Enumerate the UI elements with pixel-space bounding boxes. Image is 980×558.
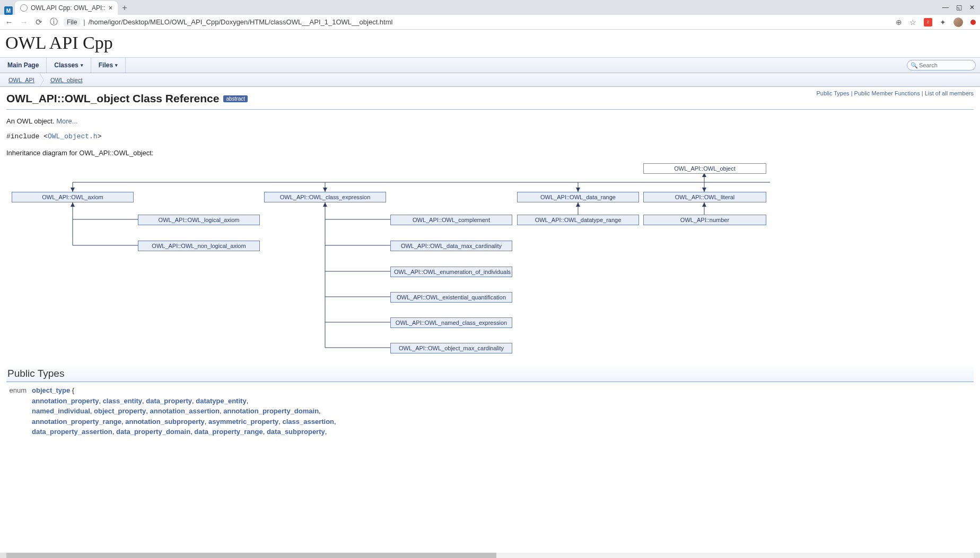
- inheritance-diagram-label: Inheritance diagram for OWL_API::OWL_obj…: [6, 149, 974, 157]
- desc-text: An OWL object.: [6, 117, 56, 125]
- breadcrumb-owl-api[interactable]: OWL_API: [3, 73, 40, 86]
- extensions-icon[interactable]: ✦: [940, 18, 946, 26]
- diagram-node-number[interactable]: OWL_API::number: [643, 215, 766, 225]
- enum-value-link[interactable]: data_property_domain: [116, 428, 190, 436]
- minimize-icon[interactable]: —: [942, 4, 949, 11]
- browser-tab[interactable]: OWL API Cpp: OWL_API:: ×: [15, 1, 118, 15]
- diagram-node-object-max-cardinality[interactable]: OWL_API::OWL_object_max_cardinality: [390, 343, 512, 353]
- more-link[interactable]: More...: [56, 117, 77, 125]
- tab-classes[interactable]: Classes▾: [47, 58, 91, 73]
- svg-marker-24: [576, 202, 580, 207]
- profile-avatar[interactable]: [953, 17, 963, 27]
- section-public-types: Public Types: [6, 366, 974, 382]
- diagram-node-non-logical-axiom[interactable]: OWL_API::OWL_non_logical_axiom: [138, 241, 260, 251]
- enum-value-link[interactable]: class_assertion: [282, 418, 334, 426]
- forward-button[interactable]: →: [19, 17, 29, 26]
- tab-strip: M OWL API Cpp: OWL_API:: × + — ◱ ✕: [0, 0, 980, 15]
- diagram-node-data-range[interactable]: OWL_API::OWL_data_range: [517, 192, 639, 202]
- include-prefix: #include <: [6, 132, 48, 140]
- tab-title: OWL API Cpp: OWL_API::: [31, 4, 106, 12]
- diagram-node-complement[interactable]: OWL_API::OWL_complement: [390, 215, 512, 225]
- tab-main-page[interactable]: Main Page: [0, 58, 47, 73]
- back-button[interactable]: ←: [4, 17, 14, 26]
- inheritance-diagram: OWL_API::OWL_object OWL_API::OWL_axiom O…: [6, 162, 974, 358]
- enum-value-link[interactable]: annotation_property_range: [32, 418, 121, 426]
- diagram-node-named-class-expression[interactable]: OWL_API::OWL_named_class_expression: [390, 317, 512, 328]
- enum-value-link[interactable]: annotation_assertion: [150, 407, 220, 415]
- bookmark-icon[interactable]: ☆: [909, 18, 916, 26]
- include-directive: #include <OWL_object.h>: [6, 132, 974, 140]
- svg-marker-6: [71, 188, 75, 192]
- svg-marker-26: [702, 202, 706, 207]
- summary-links: Public Types | Public Member Functions |…: [816, 90, 974, 96]
- enum-value-link[interactable]: annotation_subproperty: [125, 418, 205, 426]
- tab-files[interactable]: Files▾: [91, 58, 126, 73]
- search-box[interactable]: 🔍: [907, 60, 976, 70]
- enum-values-list: annotation_property, class_entity, data_…: [6, 396, 484, 437]
- close-window-icon[interactable]: ✕: [969, 4, 975, 11]
- include-file-link[interactable]: OWL_object.h: [48, 132, 98, 140]
- tab-classes-label: Classes: [54, 61, 78, 69]
- enum-value-link[interactable]: annotation_property_domain: [223, 407, 319, 415]
- diagram-node-data-max-cardinality[interactable]: OWL_API::OWL_data_max_cardinality: [390, 241, 512, 251]
- diagram-node-existential-quantification[interactable]: OWL_API::OWL_existential_quantification: [390, 292, 512, 303]
- enum-value-link[interactable]: annotation_property: [32, 397, 99, 405]
- reload-button[interactable]: ⟳: [34, 17, 43, 27]
- enum-value-link[interactable]: data_property: [146, 397, 192, 405]
- search-icon: 🔍: [911, 62, 918, 69]
- svg-marker-9: [702, 188, 706, 192]
- enum-value-link[interactable]: data_subproperty: [267, 428, 325, 436]
- browser-chrome: M OWL API Cpp: OWL_API:: × + — ◱ ✕ ← → ⟳…: [0, 0, 980, 30]
- enum-row: enum object_type {: [6, 385, 974, 396]
- record-icon[interactable]: [970, 20, 976, 25]
- url-sep: |: [83, 18, 85, 26]
- url-box[interactable]: File | /home/igor/Desktop/MELO/OWL_API_C…: [64, 18, 890, 26]
- extension-badge-icon[interactable]: 2: [924, 18, 932, 26]
- svg-marker-14: [71, 202, 75, 207]
- svg-marker-8: [576, 188, 580, 192]
- url-path: /home/igor/Desktop/MELO/OWL_API_Cpp/Doxy…: [89, 18, 393, 26]
- diagram-node-axiom[interactable]: OWL_API::OWL_axiom: [12, 192, 134, 202]
- enum-value-link[interactable]: data_property_range: [194, 428, 262, 436]
- diagram-node-datatype-range[interactable]: OWL_API::OWL_datatype_range: [517, 215, 639, 225]
- include-suffix: >: [98, 132, 102, 140]
- link-public-member-functions[interactable]: Public Member Functions: [854, 90, 920, 96]
- link-public-types[interactable]: Public Types: [816, 90, 849, 96]
- diagram-node-class-expression[interactable]: OWL_API::OWL_class_expression: [264, 192, 386, 202]
- chevron-down-icon: ▾: [81, 63, 83, 68]
- diagram-node-logical-axiom[interactable]: OWL_API::OWL_logical_axiom: [138, 215, 260, 225]
- enum-value-link[interactable]: object_property: [94, 407, 146, 415]
- diagram-node-literal[interactable]: OWL_API::OWL_literal: [643, 192, 766, 202]
- zoom-icon[interactable]: ⊕: [896, 18, 902, 26]
- enum-name-link[interactable]: object_type: [32, 386, 70, 394]
- enum-value-link[interactable]: class_entity: [103, 397, 142, 405]
- info-icon[interactable]: ⓘ: [49, 17, 58, 27]
- address-bar: ← → ⟳ ⓘ File | /home/igor/Desktop/MELO/O…: [0, 15, 980, 30]
- close-icon[interactable]: ×: [109, 4, 112, 12]
- project-title: OWL API Cpp: [0, 30, 980, 57]
- app-icon: M: [4, 6, 13, 15]
- enum-body: object_type {: [32, 385, 974, 396]
- breadcrumb: OWL_API OWL_object: [0, 73, 980, 87]
- breadcrumb-owl-object[interactable]: OWL_object: [45, 73, 88, 86]
- svg-marker-7: [323, 188, 327, 192]
- nav-tabs: Main Page Classes▾ Files▾ 🔍: [0, 57, 980, 73]
- svg-marker-22: [323, 202, 327, 207]
- page-title-text: OWL_API::OWL_object Class Reference: [6, 92, 219, 105]
- enum-value-link[interactable]: datatype_entity: [196, 397, 246, 405]
- chevron-down-icon: ▾: [115, 63, 118, 68]
- toolbar-right: ⊕ ☆ 2 ✦: [896, 17, 976, 27]
- public-types-table: enum object_type { annotation_property, …: [0, 385, 980, 437]
- enum-value-link[interactable]: named_individual: [32, 407, 90, 415]
- enum-keyword: enum: [6, 385, 27, 396]
- diagram-node-enumeration-of-individuals[interactable]: OWL_API::OWL_enumeration_of_individuals: [390, 267, 512, 277]
- header-area: Public Types | Public Member Functions |…: [0, 87, 980, 364]
- maximize-icon[interactable]: ◱: [956, 4, 962, 11]
- enum-value-link[interactable]: data_property_assertion: [32, 428, 112, 436]
- globe-icon: [20, 4, 28, 12]
- new-tab-button[interactable]: +: [118, 1, 132, 15]
- enum-value-link[interactable]: asymmetric_property: [208, 418, 278, 426]
- link-list-of-all-members[interactable]: List of all members: [925, 90, 974, 96]
- diagram-node-root[interactable]: OWL_API::OWL_object: [643, 163, 766, 174]
- search-input[interactable]: [918, 61, 972, 69]
